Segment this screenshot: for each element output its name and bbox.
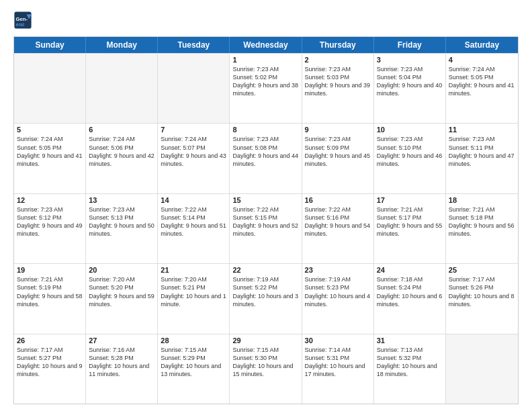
day-info: Sunrise: 7:22 AM Sunset: 5:16 PM Dayligh… bbox=[305, 205, 371, 238]
day-number: 9 bbox=[305, 126, 371, 134]
day-info: Sunrise: 7:21 AM Sunset: 5:19 PM Dayligh… bbox=[17, 275, 83, 308]
calendar-week-4: 19Sunrise: 7:21 AM Sunset: 5:19 PM Dayli… bbox=[14, 263, 518, 333]
day-info: Sunrise: 7:22 AM Sunset: 5:15 PM Dayligh… bbox=[232, 205, 298, 238]
day-number: 12 bbox=[17, 196, 83, 204]
day-number: 24 bbox=[377, 266, 443, 274]
day-info: Sunrise: 7:20 AM Sunset: 5:20 PM Dayligh… bbox=[89, 275, 154, 308]
calendar: SundayMondayTuesdayWednesdayThursdayFrid… bbox=[13, 36, 519, 404]
day-header-thursday: Thursday bbox=[302, 37, 374, 53]
day-info: Sunrise: 7:21 AM Sunset: 5:17 PM Dayligh… bbox=[377, 205, 443, 238]
calendar-cell: 22Sunrise: 7:19 AM Sunset: 5:22 PM Dayli… bbox=[230, 264, 302, 333]
calendar-cell: 24Sunrise: 7:18 AM Sunset: 5:24 PM Dayli… bbox=[374, 264, 446, 333]
day-info: Sunrise: 7:15 AM Sunset: 5:29 PM Dayligh… bbox=[161, 346, 226, 379]
day-number: 29 bbox=[232, 336, 298, 345]
calendar-cell: 31Sunrise: 7:13 AM Sunset: 5:32 PM Dayli… bbox=[374, 334, 446, 404]
day-info: Sunrise: 7:23 AM Sunset: 5:13 PM Dayligh… bbox=[89, 205, 154, 238]
calendar-cell: 19Sunrise: 7:21 AM Sunset: 5:19 PM Dayli… bbox=[14, 264, 86, 333]
calendar-cell: 14Sunrise: 7:22 AM Sunset: 5:14 PM Dayli… bbox=[158, 194, 230, 263]
day-number: 21 bbox=[161, 266, 226, 274]
calendar-cell: 12Sunrise: 7:23 AM Sunset: 5:12 PM Dayli… bbox=[14, 194, 86, 263]
day-info: Sunrise: 7:24 AM Sunset: 5:06 PM Dayligh… bbox=[89, 135, 154, 168]
svg-text:eral: eral bbox=[16, 22, 25, 27]
calendar-cell: 1Sunrise: 7:23 AM Sunset: 5:02 PM Daylig… bbox=[230, 54, 302, 123]
calendar-cell: 26Sunrise: 7:17 AM Sunset: 5:27 PM Dayli… bbox=[14, 334, 86, 404]
day-info: Sunrise: 7:14 AM Sunset: 5:31 PM Dayligh… bbox=[305, 346, 371, 379]
calendar-cell bbox=[14, 54, 86, 123]
day-number: 20 bbox=[89, 266, 154, 274]
day-number: 6 bbox=[89, 126, 154, 134]
day-info: Sunrise: 7:23 AM Sunset: 5:12 PM Dayligh… bbox=[17, 205, 83, 238]
calendar-cell: 29Sunrise: 7:15 AM Sunset: 5:30 PM Dayli… bbox=[230, 334, 302, 404]
day-info: Sunrise: 7:23 AM Sunset: 5:04 PM Dayligh… bbox=[377, 65, 443, 98]
calendar-cell: 7Sunrise: 7:24 AM Sunset: 5:07 PM Daylig… bbox=[158, 124, 230, 193]
day-number: 16 bbox=[305, 196, 371, 204]
day-info: Sunrise: 7:13 AM Sunset: 5:32 PM Dayligh… bbox=[377, 346, 443, 379]
day-number: 25 bbox=[449, 266, 515, 274]
day-number: 17 bbox=[377, 196, 443, 204]
calendar-cell: 11Sunrise: 7:23 AM Sunset: 5:11 PM Dayli… bbox=[446, 124, 518, 193]
day-info: Sunrise: 7:23 AM Sunset: 5:09 PM Dayligh… bbox=[305, 135, 371, 168]
day-number: 1 bbox=[232, 56, 298, 64]
calendar-header-row: SundayMondayTuesdayWednesdayThursdayFrid… bbox=[14, 37, 518, 53]
day-number: 13 bbox=[89, 196, 154, 204]
logo: Gen- eral bbox=[13, 11, 35, 30]
day-info: Sunrise: 7:17 AM Sunset: 5:26 PM Dayligh… bbox=[449, 275, 515, 308]
day-number: 3 bbox=[377, 56, 443, 64]
day-number: 14 bbox=[161, 196, 226, 204]
calendar-body: 1Sunrise: 7:23 AM Sunset: 5:02 PM Daylig… bbox=[14, 53, 518, 404]
day-info: Sunrise: 7:15 AM Sunset: 5:30 PM Dayligh… bbox=[232, 346, 298, 379]
calendar-cell: 17Sunrise: 7:21 AM Sunset: 5:17 PM Dayli… bbox=[374, 194, 446, 263]
calendar-week-5: 26Sunrise: 7:17 AM Sunset: 5:27 PM Dayli… bbox=[14, 334, 518, 404]
calendar-cell: 15Sunrise: 7:22 AM Sunset: 5:15 PM Dayli… bbox=[230, 194, 302, 263]
header: Gen- eral bbox=[13, 11, 519, 30]
day-info: Sunrise: 7:24 AM Sunset: 5:05 PM Dayligh… bbox=[17, 135, 83, 168]
day-header-sunday: Sunday bbox=[14, 37, 86, 53]
day-number: 18 bbox=[449, 196, 515, 204]
day-number: 8 bbox=[232, 126, 298, 134]
day-header-friday: Friday bbox=[374, 37, 446, 53]
day-info: Sunrise: 7:23 AM Sunset: 5:03 PM Dayligh… bbox=[305, 65, 371, 98]
calendar-week-1: 1Sunrise: 7:23 AM Sunset: 5:02 PM Daylig… bbox=[14, 53, 518, 123]
page: Gen- eral SundayMondayTuesdayWednesdayTh… bbox=[0, 0, 532, 411]
day-number: 26 bbox=[17, 336, 83, 345]
day-info: Sunrise: 7:23 AM Sunset: 5:10 PM Dayligh… bbox=[377, 135, 443, 168]
day-number: 22 bbox=[232, 266, 298, 274]
day-info: Sunrise: 7:18 AM Sunset: 5:24 PM Dayligh… bbox=[377, 275, 443, 308]
day-number: 23 bbox=[305, 266, 371, 274]
day-number: 19 bbox=[17, 266, 83, 274]
day-number: 10 bbox=[377, 126, 443, 134]
calendar-cell bbox=[86, 54, 158, 123]
calendar-cell bbox=[446, 334, 518, 404]
day-info: Sunrise: 7:23 AM Sunset: 5:02 PM Dayligh… bbox=[232, 65, 298, 98]
day-info: Sunrise: 7:16 AM Sunset: 5:28 PM Dayligh… bbox=[89, 346, 154, 379]
logo-icon: Gen- eral bbox=[13, 11, 32, 30]
day-number: 7 bbox=[161, 126, 226, 134]
day-number: 27 bbox=[89, 336, 154, 345]
calendar-cell: 27Sunrise: 7:16 AM Sunset: 5:28 PM Dayli… bbox=[86, 334, 158, 404]
day-header-saturday: Saturday bbox=[446, 37, 518, 53]
calendar-cell: 9Sunrise: 7:23 AM Sunset: 5:09 PM Daylig… bbox=[302, 124, 374, 193]
day-info: Sunrise: 7:24 AM Sunset: 5:05 PM Dayligh… bbox=[449, 65, 515, 98]
calendar-cell: 21Sunrise: 7:20 AM Sunset: 5:21 PM Dayli… bbox=[158, 264, 230, 333]
day-number: 15 bbox=[232, 196, 298, 204]
calendar-cell: 6Sunrise: 7:24 AM Sunset: 5:06 PM Daylig… bbox=[86, 124, 158, 193]
day-info: Sunrise: 7:24 AM Sunset: 5:07 PM Dayligh… bbox=[161, 135, 226, 168]
day-info: Sunrise: 7:23 AM Sunset: 5:08 PM Dayligh… bbox=[232, 135, 298, 168]
calendar-cell: 13Sunrise: 7:23 AM Sunset: 5:13 PM Dayli… bbox=[86, 194, 158, 263]
svg-text:Gen-: Gen- bbox=[16, 16, 28, 22]
calendar-cell: 16Sunrise: 7:22 AM Sunset: 5:16 PM Dayli… bbox=[302, 194, 374, 263]
day-info: Sunrise: 7:17 AM Sunset: 5:27 PM Dayligh… bbox=[17, 346, 83, 379]
calendar-cell: 18Sunrise: 7:21 AM Sunset: 5:18 PM Dayli… bbox=[446, 194, 518, 263]
calendar-cell bbox=[158, 54, 230, 123]
day-info: Sunrise: 7:21 AM Sunset: 5:18 PM Dayligh… bbox=[449, 205, 515, 238]
calendar-cell: 5Sunrise: 7:24 AM Sunset: 5:05 PM Daylig… bbox=[14, 124, 86, 193]
calendar-cell: 28Sunrise: 7:15 AM Sunset: 5:29 PM Dayli… bbox=[158, 334, 230, 404]
day-header-monday: Monday bbox=[86, 37, 158, 53]
calendar-cell: 20Sunrise: 7:20 AM Sunset: 5:20 PM Dayli… bbox=[86, 264, 158, 333]
calendar-week-3: 12Sunrise: 7:23 AM Sunset: 5:12 PM Dayli… bbox=[14, 193, 518, 263]
day-header-wednesday: Wednesday bbox=[230, 37, 302, 53]
day-number: 30 bbox=[305, 336, 371, 345]
day-header-tuesday: Tuesday bbox=[158, 37, 230, 53]
calendar-cell: 30Sunrise: 7:14 AM Sunset: 5:31 PM Dayli… bbox=[302, 334, 374, 404]
day-info: Sunrise: 7:19 AM Sunset: 5:22 PM Dayligh… bbox=[232, 275, 298, 308]
